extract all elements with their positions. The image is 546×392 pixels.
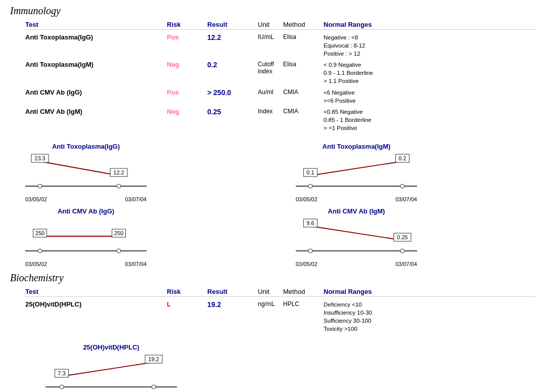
immunology-rows: Anti Toxoplasma(IgG) Pos 12.2 IU/mL Elis… [25,32,536,134]
header-risk: Risk [167,21,207,28]
chart-title: Anti CMV Ab (IgM) [328,207,385,215]
test-name: Anti Toxoplasma(IgG) [25,33,167,41]
svg-point-34 [60,385,64,389]
immunology-section: Immunology Test Risk Result Unit Method … [10,5,536,267]
method-value: CMIA [283,89,324,96]
svg-point-35 [152,385,156,389]
chart-date1: 03/05/02 [25,196,47,202]
page-content: Immunology Test Risk Result Unit Method … [10,5,536,392]
header-result: Result [207,21,258,28]
result-value: > 250.0 [207,89,258,97]
unit-value: IU/mL [258,33,283,40]
chart-date2: 03/07/04 [395,196,417,202]
svg-text:23.3: 23.3 [34,155,45,161]
immunology-charts: Anti Toxoplasma(IgG)23.312.203/05/0203/0… [10,143,536,267]
chart-title: Anti CMV Ab (IgG) [58,207,114,215]
result-value: 12.2 [207,33,258,41]
header-test: Test [25,21,167,28]
svg-point-26 [308,249,312,253]
svg-point-10 [308,184,312,188]
unit-value: ng/mL [258,300,283,308]
risk-value: Pos [167,33,207,41]
chart-container: Anti Toxoplasma(IgM)0.10.203/05/0203/07/… [291,143,422,202]
normal-ranges-value: Negative : <8Equivocal : 8-12Positive : … [324,33,536,58]
risk-value: Neg [167,61,207,68]
svg-line-25 [310,226,402,240]
svg-point-11 [400,184,404,188]
test-name: Anti CMV Ab (IgM) [25,108,167,115]
bio-header-unit: Unit [258,288,283,295]
method-value: CMIA [283,108,324,115]
biochemistry-table-header: Test Risk Result Unit Method Normal Rang… [25,287,536,297]
chart-date1: 03/05/02 [296,196,317,202]
header-normal-ranges: Normal Ranges [324,21,536,28]
chart-dates: 03/05/0203/07/04 [291,196,422,202]
svg-point-3 [117,184,121,188]
bio-header-test: Test [25,288,167,295]
result-value: 0.2 [207,61,258,69]
bio-header-normal-ranges: Normal Ranges [324,288,536,295]
svg-point-27 [400,249,404,253]
table-row: Anti Toxoplasma(IgM) Neg 0.2 Cutoff inde… [25,59,536,86]
normal-ranges-value: Deficiency <10Insufficiency 10-30Suffici… [324,300,536,333]
biochemistry-title: Biochemistry [10,272,536,284]
svg-text:250: 250 [35,230,44,236]
chart-container: Anti CMV Ab (IgM)9.60.2503/05/0203/07/04 [291,207,422,267]
svg-text:0.25: 0.25 [397,234,407,240]
method-value: Elisa [283,33,324,40]
result-value: 19.2 [207,300,258,309]
chart-date1: 03/05/02 [25,261,47,267]
test-name: Anti CMV Ab (IgG) [25,89,167,96]
risk-value: Pos [167,89,207,96]
chart-dates: 03/05/0203/07/04 [20,196,152,202]
biochemistry-section: Biochemistry Test Risk Result Unit Metho… [10,272,536,392]
chart-svg: 7.319.2 [40,354,182,392]
svg-text:9.6: 9.6 [306,220,314,226]
chart-container: Anti Toxoplasma(IgG)23.312.203/05/0203/0… [20,143,152,202]
normal-ranges-value: <0.85 Negative0.85 - 1 Borderline> =1 Po… [324,108,536,132]
chart-date2: 03/07/04 [395,261,417,267]
svg-point-19 [117,249,121,253]
svg-point-2 [38,184,42,188]
chart-dates: 03/05/0203/07/04 [291,261,422,267]
svg-text:0.2: 0.2 [398,155,406,161]
immunology-title: Immunology [10,5,536,17]
test-name: 25(OH)vitD(HPLC) [25,300,167,308]
biochemistry-charts: 25(OH)vitD(HPLC)7.319.203/05/0203/07/04 [10,343,536,392]
chart-svg: 250250 [20,218,152,261]
table-row: Anti Toxoplasma(IgG) Pos 12.2 IU/mL Elis… [25,32,536,59]
chart-date2: 03/07/04 [125,261,147,267]
svg-text:7.3: 7.3 [58,370,65,376]
immunology-table-header: Test Risk Result Unit Method Normal Rang… [25,20,536,30]
svg-text:12.2: 12.2 [113,169,124,176]
test-name: Anti Toxoplasma(IgM) [25,61,167,68]
svg-text:250: 250 [114,230,123,236]
risk-value: Neg [167,108,207,115]
unit-value: Index [258,108,283,115]
chart-svg: 9.60.25 [291,218,422,261]
chart-title: Anti Toxoplasma(IgM) [323,143,391,150]
method-value: Elisa [283,61,324,68]
unit-value: Cutoff index [258,61,283,75]
svg-line-1 [40,161,119,176]
chart-date1: 03/05/02 [296,261,317,267]
chart-date2: 03/07/04 [125,196,147,202]
svg-text:19.2: 19.2 [148,356,159,362]
table-row: Anti CMV Ab (IgG) Pos > 250.0 Au/ml CMIA… [25,87,536,106]
header-unit: Unit [258,21,283,28]
chart-dates: 03/05/0203/07/04 [20,261,152,267]
svg-text:0.1: 0.1 [306,169,314,176]
risk-value: L [167,300,207,308]
chart-svg: 23.312.2 [20,153,152,196]
bio-header-method: Method [283,288,324,295]
method-value: HPLC [283,300,324,308]
chart-container: Anti CMV Ab (IgG)25025003/05/0203/07/04 [20,207,152,267]
unit-value: Au/ml [258,89,283,96]
bio-header-risk: Risk [167,288,207,295]
chart-container: 25(OH)vitD(HPLC)7.319.203/05/0203/07/04 [40,343,182,392]
chart-title: Anti Toxoplasma(IgG) [52,143,120,150]
biochemistry-rows: 25(OH)vitD(HPLC) L 19.2 ng/mL HPLC Defic… [25,299,536,334]
table-row: 25(OH)vitD(HPLC) L 19.2 ng/mL HPLC Defic… [25,299,536,334]
svg-point-18 [38,249,42,253]
result-value: 0.25 [207,108,258,116]
